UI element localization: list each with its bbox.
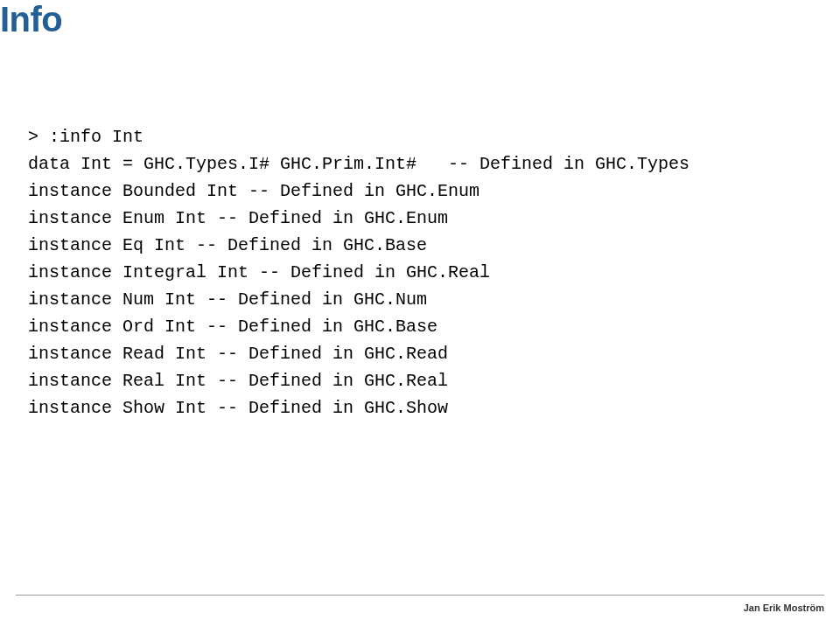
footer-author: Jan Erik Moström bbox=[744, 603, 824, 613]
code-line: instance Num Int -- Defined in GHC.Num bbox=[28, 289, 427, 310]
code-line: instance Real Int -- Defined in GHC.Real bbox=[28, 371, 448, 391]
code-line: instance Ord Int -- Defined in GHC.Base bbox=[28, 317, 438, 337]
code-line: instance Integral Int -- Defined in GHC.… bbox=[28, 262, 490, 282]
code-line: instance Read Int -- Defined in GHC.Read bbox=[28, 344, 448, 364]
code-line: instance Show Int -- Defined in GHC.Show bbox=[28, 398, 448, 418]
code-line: instance Bounded Int -- Defined in GHC.E… bbox=[28, 181, 480, 201]
code-line: instance Eq Int -- Defined in GHC.Base bbox=[28, 235, 427, 255]
code-line: data Int = GHC.Types.I# GHC.Prim.Int# --… bbox=[28, 154, 690, 174]
code-line: > :info Int bbox=[28, 127, 144, 147]
code-line: instance Enum Int -- Defined in GHC.Enum bbox=[28, 208, 448, 228]
slide-title: Info bbox=[0, 0, 62, 39]
code-block: > :info Int data Int = GHC.Types.I# GHC.… bbox=[28, 96, 690, 421]
footer-divider bbox=[16, 595, 824, 596]
